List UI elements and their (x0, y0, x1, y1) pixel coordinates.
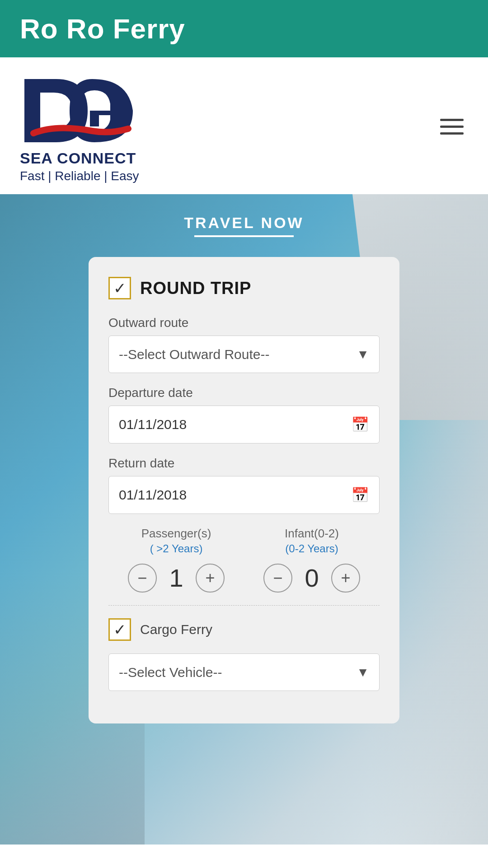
cargo-checkmark-icon: ✓ (113, 622, 126, 637)
booking-form-card: ✓ ROUND TRIP Outward route --Select Outw… (89, 257, 399, 723)
round-trip-checkbox[interactable]: ✓ (108, 277, 131, 299)
infants-value: 0 (300, 563, 323, 593)
hamburger-line-1 (440, 119, 464, 121)
cargo-ferry-checkbox[interactable]: ✓ (108, 618, 131, 641)
infants-increment-button[interactable]: + (331, 564, 360, 593)
checkmark-icon: ✓ (113, 280, 126, 296)
departure-date-group: Departure date 📅 (108, 386, 380, 443)
hamburger-line-2 (440, 126, 464, 128)
logo-svg (20, 70, 137, 151)
passengers-value: 1 (165, 563, 188, 593)
logo-tagline: Fast | Reliable | Easy (20, 169, 139, 183)
infants-stepper: − 0 + (263, 563, 360, 593)
departure-date-label: Departure date (108, 386, 380, 400)
hamburger-line-3 (440, 132, 464, 135)
outward-route-select[interactable]: --Select Outward Route-- (109, 336, 379, 373)
infants-decrement-button[interactable]: − (263, 564, 292, 593)
departure-date-wrapper: 📅 (108, 406, 380, 443)
infants-sublabel: (0-2 Years) (285, 542, 338, 555)
passengers-group: Passenger(s) ( >2 Years) − 1 + (108, 527, 244, 593)
passengers-label: Passenger(s) (141, 527, 211, 541)
top-bar: Ro Ro Ferry (0, 0, 488, 57)
cargo-ferry-label: Cargo Ferry (140, 622, 212, 637)
cargo-ferry-row: ✓ Cargo Ferry (108, 618, 380, 641)
infants-label: Infant(0-2) (285, 527, 339, 541)
outward-route-select-wrapper: --Select Outward Route-- ▼ (108, 336, 380, 373)
vehicle-select[interactable]: --Select Vehicle-- (109, 654, 379, 691)
return-date-wrapper: 📅 (108, 476, 380, 514)
passengers-stepper: − 1 + (128, 563, 225, 593)
travel-tab-label: TRAVEL NOW (184, 214, 304, 232)
app-title: Ro Ro Ferry (20, 13, 185, 44)
passengers-sublabel: ( >2 Years) (150, 542, 203, 555)
passengers-row: Passenger(s) ( >2 Years) − 1 + Infant(0-… (108, 527, 380, 593)
passengers-increment-button[interactable]: + (196, 564, 225, 593)
travel-now-tab[interactable]: TRAVEL NOW (184, 214, 304, 237)
round-trip-row: ✓ ROUND TRIP (108, 277, 380, 299)
departure-date-input[interactable] (109, 406, 379, 443)
outward-route-label: Outward route (108, 316, 380, 330)
passengers-decrement-button[interactable]: − (128, 564, 157, 593)
form-divider (108, 605, 380, 606)
hamburger-menu[interactable] (436, 114, 468, 139)
return-date-group: Return date 📅 (108, 456, 380, 514)
outward-route-group: Outward route --Select Outward Route-- ▼ (108, 316, 380, 373)
vehicle-select-wrapper: --Select Vehicle-- ▼ (108, 653, 380, 691)
return-date-input[interactable] (109, 476, 379, 513)
round-trip-label: ROUND TRIP (140, 279, 251, 298)
header: SEA CONNECT Fast | Reliable | Easy (0, 57, 488, 194)
return-date-label: Return date (108, 456, 380, 471)
vehicle-group: --Select Vehicle-- ▼ (108, 653, 380, 691)
logo: SEA CONNECT Fast | Reliable | Easy (20, 70, 139, 183)
infants-group: Infant(0-2) (0-2 Years) − 0 + (244, 527, 380, 593)
travel-tab-underline (194, 235, 294, 237)
logo-company: SEA CONNECT (20, 149, 139, 167)
hero-section: TRAVEL NOW ✓ ROUND TRIP Outward route --… (0, 194, 488, 845)
